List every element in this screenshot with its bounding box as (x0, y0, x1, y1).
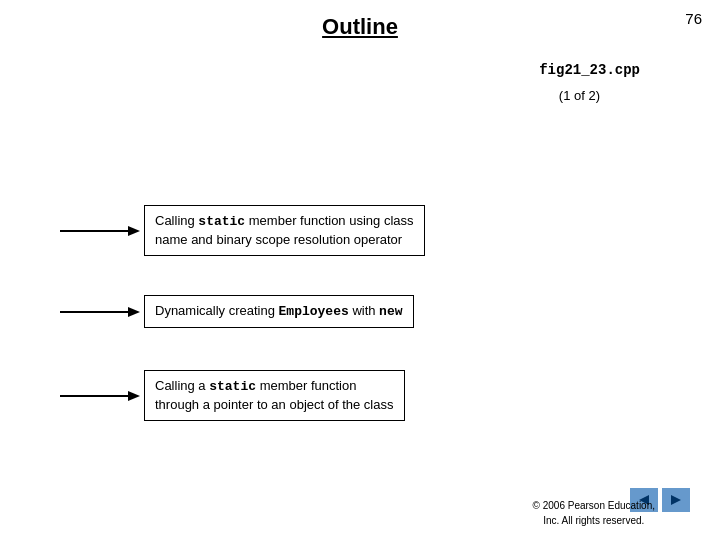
arrow-icon (60, 386, 140, 406)
svg-marker-1 (128, 226, 140, 236)
item2-mono2: new (379, 304, 402, 319)
list-item: Calling a static member functionthrough … (60, 370, 405, 421)
item1-box: Calling static member function using cla… (144, 205, 425, 256)
next-button[interactable] (662, 488, 690, 512)
item3-mono: static (209, 379, 256, 394)
svg-marker-5 (128, 391, 140, 401)
list-item: Calling static member function using cla… (60, 205, 425, 256)
arrow-icon (60, 221, 140, 241)
item3-box: Calling a static member functionthrough … (144, 370, 405, 421)
page-number: 76 (685, 10, 702, 27)
arrow-icon (60, 302, 140, 322)
copyright-line2: Inc. All rights reserved. (543, 515, 644, 526)
copyright-line1: © 2006 Pearson Education, (533, 500, 655, 511)
svg-marker-7 (671, 495, 681, 505)
slide-title: Outline (322, 14, 398, 40)
item1-mono: static (198, 214, 245, 229)
svg-marker-3 (128, 307, 140, 317)
item2-box: Dynamically creating Employees with new (144, 295, 414, 328)
slide-page: 76 Outline fig21_23.cpp (1 of 2) Calling… (0, 0, 720, 540)
list-item: Dynamically creating Employees with new (60, 295, 414, 328)
copyright: © 2006 Pearson Education, Inc. All right… (533, 498, 655, 528)
item2-mono1: Employees (279, 304, 349, 319)
filename: fig21_23.cpp (539, 62, 640, 78)
page-of: (1 of 2) (559, 88, 600, 103)
